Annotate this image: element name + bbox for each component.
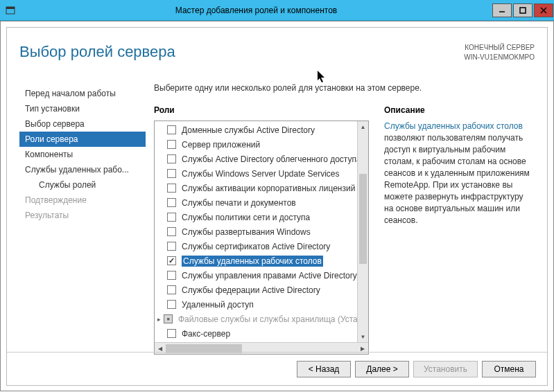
window-title: Мастер добавления ролей и компонентов bbox=[21, 6, 492, 15]
role-item-8[interactable]: Службы сертификатов Active Directory bbox=[155, 239, 357, 253]
sidebar-item-2[interactable]: Выбор сервера bbox=[19, 116, 146, 132]
roles-listbox: Доменные службы Active DirectoryСервер п… bbox=[154, 121, 369, 355]
scroll-right-icon[interactable]: ▶ bbox=[357, 346, 368, 352]
role-label: Факс-сервер bbox=[182, 329, 230, 339]
role-checkbox[interactable] bbox=[167, 154, 176, 163]
sidebar-item-8: Результаты bbox=[19, 208, 146, 223]
role-item-0[interactable]: Доменные службы Active Directory bbox=[155, 123, 357, 137]
role-item-12[interactable]: Удаленный доступ bbox=[155, 297, 357, 312]
role-item-7[interactable]: Службы развертывания Windows bbox=[155, 224, 357, 239]
role-item-6[interactable]: Службы политики сети и доступа bbox=[155, 210, 357, 224]
role-checkbox[interactable] bbox=[167, 140, 176, 149]
sidebar-item-5[interactable]: Службы удаленных рабо... bbox=[19, 162, 146, 177]
role-item-11[interactable]: Службы федерации Active Directory bbox=[155, 283, 357, 297]
role-label: Службы активации корпоративных лицензий bbox=[182, 184, 355, 193]
role-label: Доменные службы Active Directory bbox=[182, 125, 315, 135]
role-item-2[interactable]: Службы Active Directory облегченного дос… bbox=[155, 152, 357, 166]
vertical-scrollbar[interactable]: ▲ ▼ bbox=[357, 121, 368, 342]
role-label: Службы сертификатов Active Directory bbox=[182, 242, 330, 251]
role-checkbox[interactable] bbox=[167, 227, 176, 236]
role-checkbox[interactable] bbox=[167, 300, 176, 309]
back-button[interactable]: < Назад bbox=[297, 361, 351, 377]
role-checkbox[interactable] bbox=[167, 329, 176, 338]
description-body: позволяют пользователям получать доступ … bbox=[384, 133, 530, 225]
next-button[interactable]: Далее > bbox=[355, 361, 409, 377]
wizard-footer: < Назад Далее > Установить Отмена bbox=[7, 352, 547, 385]
sidebar-item-6[interactable]: Службы ролей bbox=[19, 177, 146, 193]
cancel-button[interactable]: Отмена bbox=[482, 361, 536, 377]
sidebar-item-4[interactable]: Компоненты bbox=[19, 147, 146, 162]
maximize-button[interactable] bbox=[513, 3, 533, 17]
description-highlight: Службы удаленных рабочих столов bbox=[384, 121, 523, 131]
scroll-thumb-v[interactable] bbox=[359, 174, 367, 264]
close-button[interactable] bbox=[534, 3, 553, 17]
role-label: Удаленный доступ bbox=[182, 300, 254, 310]
install-button: Установить bbox=[413, 361, 478, 377]
role-checkbox[interactable] bbox=[167, 256, 176, 265]
scroll-left-icon[interactable]: ◀ bbox=[155, 346, 166, 352]
role-label: Сервер приложений bbox=[182, 140, 260, 150]
role-checkbox[interactable] bbox=[167, 198, 176, 207]
role-item-13[interactable]: ▸Файловые службы и службы хранилища (Уст… bbox=[155, 312, 357, 326]
description-heading: Описание bbox=[384, 105, 535, 115]
role-item-1[interactable]: Сервер приложений bbox=[155, 137, 357, 152]
svg-rect-3 bbox=[520, 8, 526, 13]
role-label: Службы политики сети и доступа bbox=[182, 213, 310, 222]
role-checkbox[interactable] bbox=[167, 271, 176, 280]
role-label: Службы федерации Active Directory bbox=[182, 285, 320, 295]
role-item-4[interactable]: Службы активации корпоративных лицензий bbox=[155, 181, 357, 195]
server-label: КОНЕЧНЫЙ СЕРВЕР bbox=[464, 43, 535, 53]
role-item-3[interactable]: Службы Windows Server Update Services bbox=[155, 166, 357, 181]
role-checkbox[interactable] bbox=[167, 213, 176, 222]
page-title: Выбор ролей сервера bbox=[19, 43, 464, 61]
scroll-down-icon[interactable]: ▼ bbox=[358, 331, 368, 342]
roles-heading: Роли bbox=[154, 105, 369, 115]
server-info: КОНЕЧНЫЙ СЕРВЕР WIN-VU1ENMOKMPO bbox=[464, 43, 535, 62]
role-item-10[interactable]: Службы управления правами Active Directo… bbox=[155, 268, 357, 283]
role-item-5[interactable]: Службы печати и документов bbox=[155, 195, 357, 210]
role-label: Службы печати и документов bbox=[182, 198, 296, 208]
role-label: Файловые службы и службы хранилища (Уста… bbox=[178, 314, 367, 324]
server-name: WIN-VU1ENMOKMPO bbox=[464, 53, 535, 62]
wizard-sidebar: Перед началом работыТип установкиВыбор с… bbox=[19, 83, 146, 345]
role-checkbox[interactable] bbox=[167, 125, 176, 134]
role-label: Службы развертывания Windows bbox=[182, 227, 311, 237]
expand-icon[interactable]: ▸ bbox=[157, 316, 161, 323]
titlebar: Мастер добавления ролей и компонентов bbox=[0, 0, 554, 21]
sidebar-item-3[interactable]: Роли сервера bbox=[19, 132, 146, 147]
role-label: Службы Active Directory облегченного дос… bbox=[182, 154, 367, 164]
role-item-9[interactable]: Службы удаленных рабочих столов bbox=[155, 253, 357, 268]
minimize-button[interactable] bbox=[492, 3, 512, 17]
app-icon bbox=[6, 6, 15, 15]
role-label: Службы Windows Server Update Services bbox=[182, 169, 340, 179]
role-checkbox[interactable] bbox=[167, 285, 176, 294]
sidebar-item-7: Подтверждение bbox=[19, 193, 146, 208]
sidebar-item-1[interactable]: Тип установки bbox=[19, 101, 146, 116]
sidebar-item-0[interactable]: Перед началом работы bbox=[19, 86, 146, 101]
svg-rect-1 bbox=[6, 7, 15, 9]
role-item-14[interactable]: Факс-сервер bbox=[155, 326, 357, 341]
role-checkbox[interactable] bbox=[167, 169, 176, 178]
description-text: Службы удаленных рабочих столов позволяю… bbox=[384, 121, 535, 226]
role-checkbox[interactable] bbox=[164, 314, 173, 323]
scroll-up-icon[interactable]: ▲ bbox=[358, 121, 368, 132]
role-label: Службы управления правами Active Directo… bbox=[182, 271, 357, 280]
instruction-text: Выберите одну или несколько ролей для ус… bbox=[154, 83, 535, 93]
role-checkbox[interactable] bbox=[167, 184, 176, 193]
role-checkbox[interactable] bbox=[167, 242, 176, 251]
role-label: Службы удаленных рабочих столов bbox=[182, 256, 323, 267]
